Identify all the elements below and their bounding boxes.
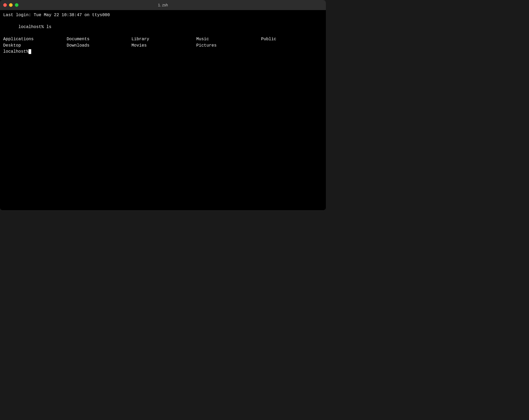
traffic-lights: [3, 3, 19, 7]
prompt-1: localhost%: [19, 25, 47, 29]
ls-item-pictures: Pictures: [196, 42, 261, 49]
maximize-button[interactable]: [15, 3, 19, 7]
ls-item-empty: [261, 42, 323, 49]
close-button[interactable]: [3, 3, 7, 7]
last-login-line: Last login: Tue May 22 10:38:47 on ttys0…: [3, 12, 323, 18]
terminal-window: 1. zsh Last login: Tue May 22 10:38:47 o…: [0, 0, 326, 210]
current-prompt-line[interactable]: localhost%: [3, 49, 323, 55]
ls-item-library: Library: [131, 36, 196, 42]
command-1: ls: [46, 25, 51, 29]
ls-item-documents: Documents: [67, 36, 131, 42]
window-title: 1. zsh: [158, 3, 168, 7]
ls-item-music: Music: [196, 36, 261, 42]
ls-output: Applications Documents Library Music Pub…: [3, 36, 323, 49]
cursor: [29, 49, 31, 54]
command-line-1: localhost% ls: [3, 18, 323, 36]
prompt-2: localhost%: [3, 49, 29, 55]
ls-item-desktop: Desktop: [3, 42, 67, 49]
ls-item-applications: Applications: [3, 36, 67, 42]
minimize-button[interactable]: [9, 3, 13, 7]
title-bar: 1. zsh: [0, 0, 326, 10]
ls-item-movies: Movies: [131, 42, 196, 49]
ls-item-public: Public: [261, 36, 323, 42]
ls-item-downloads: Downloads: [67, 42, 131, 49]
terminal-content[interactable]: Last login: Tue May 22 10:38:47 on ttys0…: [0, 10, 326, 210]
